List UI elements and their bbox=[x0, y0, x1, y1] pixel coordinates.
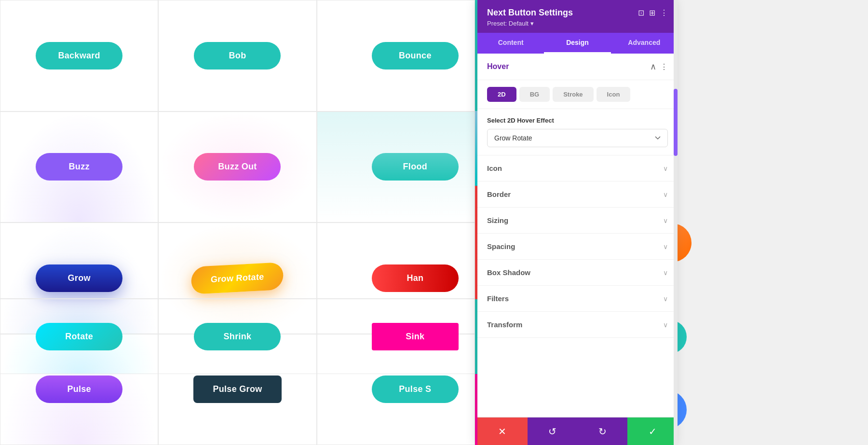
grid-cell-buzz: Buzz bbox=[0, 111, 158, 223]
grid-cell-flood: Flood bbox=[317, 111, 475, 223]
icon-section[interactable]: Icon ∨ bbox=[477, 155, 678, 181]
hover-tab-2d[interactable]: 2D bbox=[487, 87, 516, 102]
hover-tab-icon[interactable]: Icon bbox=[597, 87, 631, 102]
more-options-icon[interactable]: ⋮ bbox=[660, 8, 668, 17]
sink-button[interactable]: Sink bbox=[372, 323, 459, 350]
pulse-button[interactable]: Pulse bbox=[36, 375, 122, 403]
panel-header-top: Next Button Settings ⊡ ⊞ ⋮ bbox=[487, 8, 668, 18]
icon-label: Icon bbox=[487, 164, 502, 172]
redo-button[interactable]: ↻ bbox=[578, 417, 628, 445]
spacing-chevron: ∨ bbox=[663, 243, 668, 250]
hover-tab-stroke[interactable]: Stroke bbox=[553, 87, 593, 102]
tab-design[interactable]: Design bbox=[544, 33, 610, 54]
grid-cell-bounce: Bounce bbox=[317, 0, 475, 111]
rotate-button[interactable]: Rotate bbox=[36, 323, 122, 350]
bob-button[interactable]: Bob bbox=[194, 42, 281, 70]
filters-section[interactable]: Filters ∨ bbox=[477, 286, 678, 312]
section-controls: ∧ ⋮ bbox=[650, 61, 668, 72]
scrollbar-thumb[interactable] bbox=[674, 89, 678, 155]
han-button[interactable]: Han bbox=[372, 264, 459, 292]
shrink-button[interactable]: Shrink bbox=[194, 323, 281, 350]
pulse-s-button[interactable]: Pulse S bbox=[372, 375, 459, 403]
header-icons: ⊡ ⊞ ⋮ bbox=[638, 8, 668, 17]
flood-button[interactable]: Flood bbox=[372, 153, 459, 181]
button-grid: Backward Bob Bounce Buzz Buzz Out Flood … bbox=[0, 0, 475, 445]
grow-rotate-button[interactable]: Grow Rotate bbox=[191, 262, 284, 294]
transform-chevron: ∨ bbox=[663, 321, 668, 329]
hover-menu-icon[interactable]: ⋮ bbox=[660, 62, 668, 71]
box-shadow-chevron: ∨ bbox=[663, 269, 668, 277]
pulse-grow-button[interactable]: Pulse Grow bbox=[193, 375, 281, 403]
sizing-chevron: ∨ bbox=[663, 217, 668, 224]
panel-footer: ✕ ↺ ↻ ✓ bbox=[477, 417, 678, 445]
buzz-button[interactable]: Buzz bbox=[36, 153, 122, 181]
undo-button[interactable]: ↺ bbox=[528, 417, 578, 445]
sizing-section[interactable]: Sizing ∨ bbox=[477, 208, 678, 234]
grid-cell-backward: Backward bbox=[0, 0, 158, 111]
border-chevron: ∨ bbox=[663, 191, 668, 198]
border-label: Border bbox=[487, 190, 511, 198]
panel-body: Hover ∧ ⋮ 2D BG Stroke Icon Select 2D Ho… bbox=[477, 54, 678, 417]
layout-icon[interactable]: ⊞ bbox=[649, 8, 655, 17]
box-shadow-section[interactable]: Box Shadow ∨ bbox=[477, 260, 678, 286]
grid-cell-buzz-out: Buzz Out bbox=[158, 111, 316, 223]
hover-tab-bg[interactable]: BG bbox=[519, 87, 550, 102]
panel-header: Next Button Settings ⊡ ⊞ ⋮ Preset: Defau… bbox=[477, 0, 678, 33]
hover-tabs: 2D BG Stroke Icon bbox=[477, 80, 678, 109]
spacing-label: Spacing bbox=[487, 242, 515, 250]
hover-section-title: Hover bbox=[487, 62, 509, 71]
hover-section-header: Hover ∧ ⋮ bbox=[477, 54, 678, 80]
grid-cell-sink: Sink bbox=[317, 299, 475, 374]
box-shadow-label: Box Shadow bbox=[487, 268, 530, 277]
icon-chevron: ∨ bbox=[663, 165, 668, 172]
buzz-out-button[interactable]: Buzz Out bbox=[194, 153, 281, 181]
settings-panel: Next Button Settings ⊡ ⊞ ⋮ Preset: Defau… bbox=[477, 0, 678, 445]
grid-row-5: Rotate Shrink Sink bbox=[0, 298, 475, 374]
screenshot-icon[interactable]: ⊡ bbox=[638, 8, 644, 17]
transform-label: Transform bbox=[487, 320, 522, 329]
spacing-section[interactable]: Spacing ∨ bbox=[477, 234, 678, 260]
grid-cell-rotate: Rotate bbox=[0, 299, 158, 374]
transform-section[interactable]: Transform ∨ bbox=[477, 312, 678, 338]
save-button[interactable]: ✓ bbox=[627, 417, 678, 445]
effect-select[interactable]: Grow Rotate bbox=[487, 129, 668, 147]
tab-advanced[interactable]: Advanced bbox=[611, 33, 678, 54]
grid-cell-shrink: Shrink bbox=[158, 299, 316, 374]
cancel-button[interactable]: ✕ bbox=[477, 417, 528, 445]
effect-label: Select 2D Hover Effect bbox=[487, 117, 668, 124]
filters-label: Filters bbox=[487, 294, 509, 303]
hover-collapse-icon[interactable]: ∧ bbox=[650, 61, 656, 72]
backward-button[interactable]: Backward bbox=[36, 42, 122, 70]
border-section[interactable]: Border ∨ bbox=[477, 181, 678, 208]
scrollbar-track[interactable] bbox=[674, 0, 678, 445]
effect-section: Select 2D Hover Effect Grow Rotate bbox=[477, 109, 678, 155]
bounce-button[interactable]: Bounce bbox=[372, 42, 459, 70]
panel-title: Next Button Settings bbox=[487, 8, 573, 18]
sizing-label: Sizing bbox=[487, 216, 508, 224]
grid-cell-bob: Bob bbox=[158, 0, 316, 111]
grow-button[interactable]: Grow bbox=[36, 264, 122, 292]
tab-content[interactable]: Content bbox=[477, 33, 544, 54]
panel-preset[interactable]: Preset: Default ▾ bbox=[487, 20, 668, 27]
panel-tabs: Content Design Advanced bbox=[477, 33, 678, 54]
filters-chevron: ∨ bbox=[663, 295, 668, 303]
